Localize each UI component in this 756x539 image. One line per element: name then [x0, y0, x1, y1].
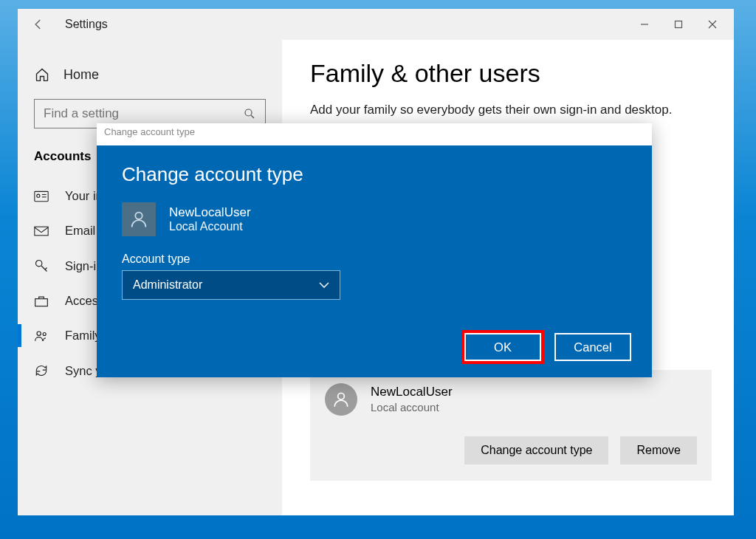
svg-point-11 — [36, 261, 42, 267]
close-button[interactable] — [695, 13, 729, 36]
search-icon — [243, 107, 256, 120]
search-input[interactable] — [44, 106, 243, 121]
ok-button[interactable]: OK — [464, 333, 541, 361]
window-title: Settings — [65, 18, 108, 31]
svg-rect-1 — [676, 21, 682, 28]
sidebar-home[interactable]: Home — [34, 66, 266, 83]
select-value: Administrator — [133, 278, 202, 292]
dialog-account-row: NewLocalUser Local Account — [122, 202, 627, 236]
page-description: Add your family so everybody gets their … — [310, 101, 694, 119]
user-name: NewLocalUser — [371, 385, 453, 399]
dialog-heading: Change account type — [122, 163, 627, 186]
titlebar: Settings — [18, 9, 734, 40]
mail-icon — [34, 225, 50, 237]
remove-button[interactable]: Remove — [620, 436, 697, 464]
back-button[interactable] — [25, 11, 52, 38]
svg-rect-14 — [35, 298, 48, 306]
svg-point-18 — [135, 213, 142, 219]
maximize-button[interactable] — [662, 13, 695, 36]
window-controls — [628, 13, 729, 36]
svg-point-16 — [43, 332, 46, 335]
account-type-select[interactable]: Administrator — [122, 270, 340, 300]
svg-point-15 — [37, 332, 41, 335]
dialog-titlebar: Change account type — [97, 123, 652, 145]
people-icon — [34, 329, 50, 343]
svg-point-4 — [245, 109, 252, 116]
account-type-label: Account type — [122, 253, 627, 266]
page-title: Family & other users — [310, 59, 712, 88]
dialog-account-name: NewLocalUser — [169, 205, 251, 220]
home-icon — [34, 66, 50, 83]
cancel-button[interactable]: Cancel — [554, 333, 631, 361]
dialog-avatar — [122, 202, 156, 236]
change-account-type-dialog: Change account type Change account type … — [97, 123, 652, 377]
svg-point-17 — [338, 393, 345, 399]
minimize-button[interactable] — [628, 13, 662, 36]
svg-line-13 — [45, 268, 47, 270]
svg-rect-10 — [35, 227, 48, 236]
svg-line-5 — [251, 115, 254, 118]
sync-icon — [34, 363, 50, 378]
dialog-account-sub: Local Account — [169, 220, 251, 233]
briefcase-icon — [34, 295, 50, 308]
user-card: NewLocalUser Local account Change accoun… — [310, 370, 712, 481]
change-account-type-button[interactable]: Change account type — [464, 436, 608, 464]
avatar — [325, 383, 357, 416]
user-type: Local account — [371, 401, 453, 413]
svg-point-7 — [37, 194, 40, 197]
chevron-down-icon — [319, 281, 329, 289]
arrow-left-icon — [32, 18, 45, 31]
person-card-icon — [34, 190, 50, 202]
sidebar-home-label: Home — [63, 67, 99, 83]
key-icon — [34, 258, 50, 273]
